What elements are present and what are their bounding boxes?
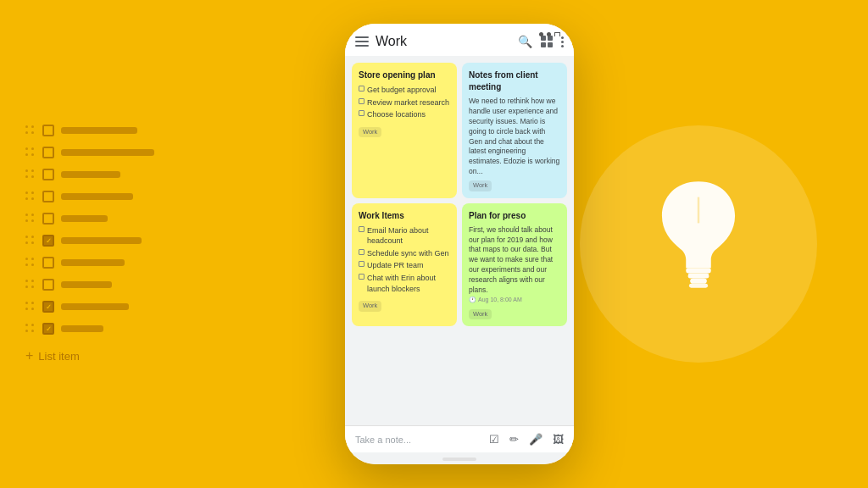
drag-dots-icon <box>25 280 36 290</box>
list-bar <box>61 281 112 288</box>
note-date-text: Aug 10, 8:00 AM <box>478 296 522 304</box>
home-button[interactable] <box>442 458 476 461</box>
lightbulb-icon <box>631 176 766 312</box>
lightbulb-background-circle <box>580 125 817 363</box>
check-box <box>359 274 364 280</box>
list-row <box>25 169 154 180</box>
list-row <box>25 191 154 202</box>
list-checkbox[interactable] <box>42 125 54 136</box>
status-bar <box>539 32 560 36</box>
list-bar <box>61 259 125 266</box>
phone-mockup: Work 🔍 <box>345 24 574 464</box>
note-tag: Work <box>469 309 492 320</box>
check-item: Chat with Erin about launch blockers <box>359 273 450 294</box>
drag-dots-icon <box>25 214 36 224</box>
check-item-text: Choose locations <box>367 109 426 120</box>
note-client-meeting[interactable]: Notes from client meeting We need to ret… <box>462 63 567 198</box>
list-checkbox-checked[interactable] <box>42 301 54 313</box>
list-row <box>25 235 154 247</box>
check-item: Update PR team <box>359 260 450 271</box>
check-item-text: Email Mario about headcount <box>367 225 450 247</box>
svg-rect-2 <box>690 279 707 284</box>
image-icon[interactable]: 🖼 <box>553 433 564 446</box>
bottom-toolbar: ☑ ✏ 🎤 🖼 <box>489 433 564 446</box>
check-item: Choose locations <box>359 109 450 120</box>
note-checklist: Email Mario about headcount Schedule syn… <box>359 225 450 295</box>
app-bar-icons: 🔍 <box>518 35 564 48</box>
note-work-items[interactable]: Work Items Email Mario about headcount S… <box>352 203 457 327</box>
clock-icon: 🕐 <box>469 296 476 304</box>
notes-grid: Store opening plan Get budget approval R… <box>345 56 574 425</box>
check-item-text: Review market research <box>367 97 449 108</box>
grid-view-icon[interactable] <box>541 36 553 47</box>
note-tag: Work <box>359 301 381 312</box>
list-row <box>25 301 154 313</box>
drag-dots-icon <box>25 191 36 202</box>
check-item-text: Schedule sync with Gen <box>367 248 449 259</box>
note-tag: Work <box>469 180 492 191</box>
list-bar <box>61 237 142 244</box>
drag-dots-icon <box>25 125 36 136</box>
phone-screen: Work 🔍 <box>345 24 574 464</box>
svg-rect-0 <box>686 268 711 273</box>
check-item: Email Mario about headcount <box>359 225 450 247</box>
app-title: Work <box>376 34 511 49</box>
more-options-icon[interactable] <box>561 36 564 47</box>
list-bar <box>61 303 129 310</box>
take-note-placeholder[interactable]: Take a note... <box>355 435 489 445</box>
note-title: Notes from client meeting <box>469 69 560 93</box>
list-checkbox-checked[interactable] <box>42 235 54 247</box>
list-checkbox[interactable] <box>42 169 54 180</box>
list-row <box>25 147 154 158</box>
svg-rect-1 <box>688 273 709 278</box>
svg-rect-3 <box>689 284 708 288</box>
hamburger-menu-icon[interactable] <box>355 36 369 47</box>
check-item-text: Update PR team <box>367 260 424 271</box>
note-store-plan[interactable]: Store opening plan Get budget approval R… <box>352 63 457 198</box>
drag-dots-icon <box>25 236 36 246</box>
drag-dots-icon <box>25 258 36 268</box>
pencil-icon[interactable]: ✏ <box>509 433 519 446</box>
note-tag: Work <box>359 127 381 138</box>
add-list-item-label: List item <box>38 350 79 363</box>
check-box <box>359 226 364 232</box>
search-icon[interactable]: 🔍 <box>518 35 532 48</box>
list-bar <box>61 193 133 200</box>
list-checkbox[interactable] <box>42 279 54 291</box>
status-dot <box>539 32 543 36</box>
drag-dots-icon <box>25 169 36 180</box>
bottom-bar: Take a note... ☑ ✏ 🎤 🖼 <box>345 425 574 452</box>
mic-icon[interactable]: 🎤 <box>529 433 542 446</box>
list-bar <box>61 149 154 156</box>
check-item: Get budget approval <box>359 85 450 96</box>
list-checkbox[interactable] <box>42 147 54 158</box>
note-body: First, we should talk about our plan for… <box>469 225 560 296</box>
check-item: Schedule sync with Gen <box>359 248 450 259</box>
drag-dots-icon <box>25 147 36 158</box>
list-row <box>25 323 154 335</box>
list-checkbox[interactable] <box>42 191 54 202</box>
note-plan-preso[interactable]: Plan for preso First, we should talk abo… <box>462 203 567 327</box>
note-checklist: Get budget approval Review market resear… <box>359 85 450 120</box>
check-item: Review market research <box>359 97 450 108</box>
list-row <box>25 213 154 225</box>
list-checkbox[interactable] <box>42 257 54 269</box>
list-bar <box>61 325 103 332</box>
note-body: We need to rethink how we handle user ex… <box>469 97 560 177</box>
list-row <box>25 279 154 291</box>
check-box <box>359 249 364 255</box>
left-list-panel: + List item <box>25 125 154 363</box>
list-checkbox[interactable] <box>42 213 54 225</box>
list-bar <box>61 215 108 222</box>
list-row <box>25 257 154 269</box>
list-bar <box>61 171 120 178</box>
checkbox-icon[interactable]: ☑ <box>489 433 499 446</box>
check-item-text: Get budget approval <box>367 85 437 96</box>
drag-dots-icon <box>25 324 36 334</box>
list-bar <box>61 127 137 134</box>
drag-dots-icon <box>25 302 36 312</box>
check-box <box>359 98 364 104</box>
list-checkbox-checked[interactable] <box>42 323 54 335</box>
check-box <box>359 110 364 116</box>
add-list-item[interactable]: + List item <box>25 348 154 363</box>
